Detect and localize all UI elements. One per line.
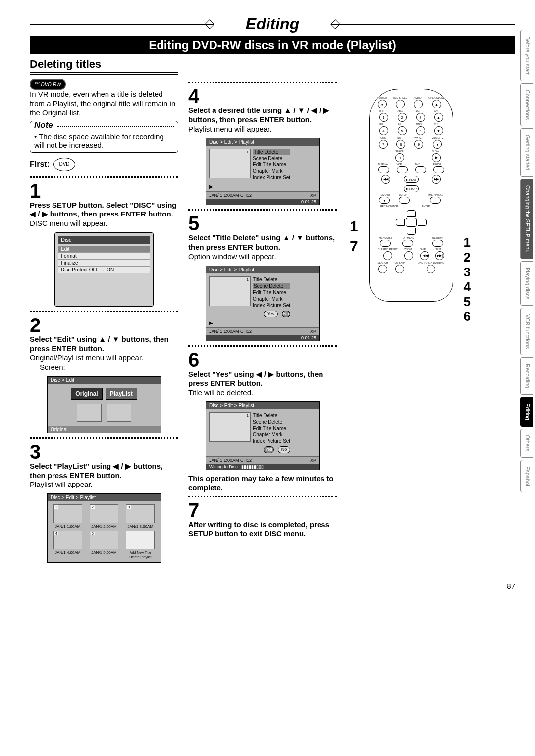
open-close-button: ▲: [432, 100, 441, 108]
page-title: Editing: [246, 15, 299, 33]
playlist-screen: Disc > Edit > Playlist 1JAN/1 1:00AM 2JA…: [47, 493, 161, 563]
slow-button: ▶: [432, 153, 441, 162]
first-label: First:: [30, 160, 50, 169]
skip-back: |◀◀: [420, 251, 429, 260]
disc-menu-title: Disc: [58, 236, 150, 244]
search-button: [378, 265, 387, 273]
disc-menu-row: Finalize: [58, 260, 150, 267]
rec-otr: ●: [379, 197, 390, 204]
num-2: 2: [398, 113, 407, 122]
rec-speed-button: [396, 100, 405, 108]
tab-espanol[interactable]: Español: [520, 460, 533, 492]
display-button: [378, 166, 389, 173]
thumbnail-icon: [77, 404, 102, 422]
num-0: 0: [395, 153, 404, 162]
playlist-cell: 2JAN/1 2:00AM: [87, 504, 121, 529]
note-label: Note: [34, 120, 56, 130]
vcr-button: [397, 166, 408, 173]
enter-button: [406, 218, 417, 227]
up-button: [407, 210, 416, 217]
tab-before-you-start[interactable]: Before you start: [520, 30, 533, 81]
step-2-sub: Original/PlayList menu will appear.: [30, 353, 178, 363]
clear-button: [383, 251, 392, 260]
playlist-cell: 1JAN/1 1:00AM: [51, 504, 85, 529]
tab-editing[interactable]: Editing: [520, 397, 533, 427]
num-4: 4: [379, 126, 388, 135]
down-button: [407, 228, 416, 235]
video-tv: ●: [433, 140, 442, 149]
tab-playing-discs[interactable]: Playing discs: [520, 261, 533, 306]
pause-button: ||: [433, 166, 444, 173]
callout-7: 7: [350, 238, 358, 255]
column-remote: 1 7 1 2 3 4 5 6 POWER●REC SPEEDAUDIOOPEN…: [347, 79, 476, 567]
side-tabs: Before you start Connections Getting sta…: [520, 30, 533, 492]
edit-screen: Disc > Edit Original PlayList Original: [47, 376, 161, 433]
disc-menu-screenshot: Disc Edit Format Finalize Disc Protect O…: [54, 232, 154, 307]
tab-changing-setup[interactable]: Changing the SETUP menu: [520, 179, 533, 259]
direction-pad: [394, 210, 428, 235]
top-menu: [402, 240, 413, 247]
num-1: 1: [379, 113, 388, 122]
tab-connections[interactable]: Connections: [520, 83, 533, 126]
screen-label: Screen:: [40, 363, 178, 372]
step-5-text: Select "Title Delete" using ▲ / ▼ button…: [188, 233, 337, 252]
tab-getting-started[interactable]: Getting started: [520, 128, 533, 177]
playlist-breadcrumb: Disc > Edit > Playlist: [48, 494, 160, 501]
playlist-menu-screen: Disc > Edit > Playlist 1 Title Delete Sc…: [206, 138, 320, 205]
page: Before you start Connections Getting sta…: [0, 0, 535, 600]
disc-menu-row: Disc Protect OFF → ON: [58, 267, 150, 273]
power-button: ●: [378, 100, 387, 108]
no-button: No: [282, 311, 291, 318]
step-3-sub: Playlist will appear.: [30, 480, 178, 489]
thumbnail-icon: [107, 404, 131, 422]
no-button: No: [278, 446, 291, 453]
skip-fwd: ▶▶|: [435, 251, 444, 260]
option-window-screen: Disc > Edit > Playlist 1 Title Delete Sc…: [206, 266, 320, 342]
tab-others[interactable]: Others: [520, 429, 533, 458]
yes-button: Yes: [264, 446, 274, 453]
step-6-sub: Title will be deleted.: [188, 388, 337, 398]
diamond-icon: [331, 19, 341, 29]
warning-text: This operation may take a few minutes to…: [188, 474, 337, 493]
breadcrumb: Disc > Edit > Playlist: [206, 138, 319, 146]
remote-control-diagram: 1 7 1 2 3 4 5 6 POWER●REC SPEEDAUDIOOPEN…: [369, 89, 453, 302]
thumbnail-icon: 1: [209, 412, 251, 442]
disc-menu-row: Edit: [58, 246, 150, 253]
num-7: 7: [379, 140, 388, 149]
step-4-sub: Playlist menu will appear.: [188, 125, 337, 134]
menu-list: [380, 240, 391, 247]
dvd-button: [415, 166, 426, 173]
step-2-num: 2: [30, 315, 178, 335]
play-button: ▶ PLAY: [404, 176, 419, 183]
note-box: Note • The disc space available for reco…: [30, 121, 178, 153]
playlist-cell-add: Add New Title Delete Playlist: [123, 531, 158, 559]
dvd-rw-badge: VR DVD-RW: [30, 79, 66, 90]
ch-down: ▼: [434, 126, 443, 135]
tab-recording[interactable]: Recording: [520, 357, 533, 395]
step-4-num: 4: [188, 86, 337, 106]
num-8: 8: [396, 140, 405, 149]
step-5-sub: Option window will appear.: [188, 252, 337, 262]
tab-vcr-functions[interactable]: VCR functions: [520, 308, 533, 355]
setup-button: [399, 197, 410, 204]
step-1-text: Press SETUP button. Select "DISC" using …: [30, 201, 178, 219]
cm-skip: [395, 265, 404, 273]
edit-footer: Original: [48, 426, 160, 433]
step-6-text: Select "Yes" using ◀ / ▶ buttons, then p…: [188, 370, 337, 388]
page-number: 87: [30, 582, 515, 590]
disc-menu-row: Format: [58, 253, 150, 260]
rew-button: ◀◀: [381, 175, 390, 184]
step-7-text: After writing to disc is completed, pres…: [188, 520, 337, 539]
num-3: 3: [416, 113, 425, 122]
thumbnail-icon: 1: [209, 276, 251, 306]
step-5-num: 5: [188, 214, 337, 233]
menu-list: Title Delete Scene Delete Edit Title Nam…: [253, 149, 290, 181]
num-6: 6: [416, 126, 425, 135]
playlist-button: PlayList: [106, 388, 137, 400]
diamond-icon: [205, 19, 214, 29]
content-columns: VR DVD-RW In VR mode, even when a title …: [30, 79, 515, 567]
playlist-cell: 5JAN/1 5:00AM: [87, 531, 121, 559]
edit-breadcrumb: Disc > Edit: [48, 377, 160, 384]
original-button: Original: [71, 388, 102, 400]
playlist-cell: 3JAN/1 3:00AM: [123, 504, 158, 529]
